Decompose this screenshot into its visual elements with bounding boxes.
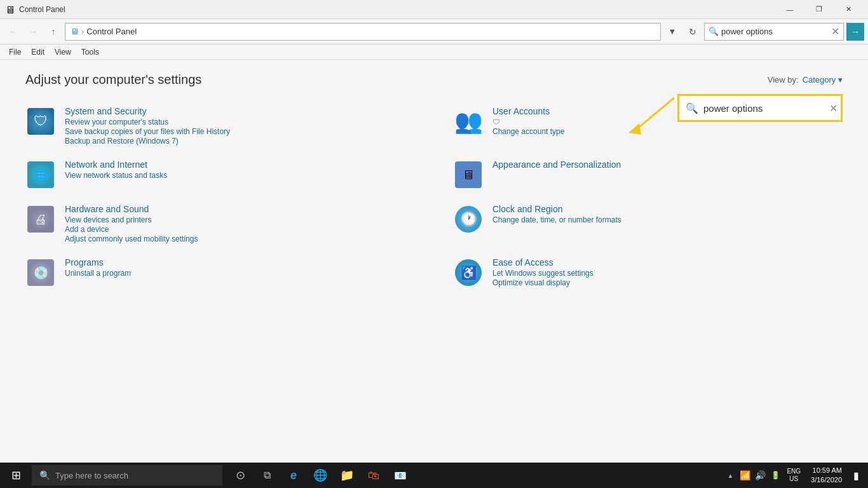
view-by-control: View by: Category ▾ [768,75,843,85]
tray-volume-icon[interactable]: 🔊 [754,469,766,482]
ease-of-access-icon: ♿ [453,257,484,288]
address-path[interactable]: 🖥 › Control Panel [65,23,661,41]
system-clock[interactable]: 10:59 AM 3/16/2020 [806,466,847,485]
programs-link-0[interactable]: Uninstall a program [65,269,415,278]
hardware-sound-title[interactable]: Hardware and Sound [65,204,415,214]
back-button[interactable]: ← [4,23,22,41]
appearance-icon: 🖥 [453,159,484,190]
category-hardware-sound: 🖨 Hardware and Sound View devices and pr… [25,200,415,247]
restore-button[interactable]: ❐ [804,0,834,19]
tray-battery-icon[interactable]: 🔋 [769,469,782,482]
programs-title[interactable]: Programs [65,257,415,268]
search-highlight-clear[interactable]: ✕ [829,102,837,114]
address-search-input[interactable] [721,27,829,36]
page-header: Adjust your computer's settings View by:… [25,72,843,87]
window-icon: 🖥 [5,4,15,15]
network-link-0[interactable]: View network status and tasks [65,171,415,180]
category-appearance: 🖥 Appearance and Personalization [453,156,843,194]
clock-region-icon: 🕐 [453,204,484,234]
clock-link-0[interactable]: Change date, time, or number formats [492,215,843,224]
search-clear-button[interactable]: ✕ [831,25,839,37]
taskview-icon: ⧉ [264,470,271,481]
network-internet-title[interactable]: Network and Internet [65,159,415,170]
window-title: Control Panel [19,5,775,14]
user-accounts-icon: 👥 [453,106,484,137]
clock-time: 10:59 AM [811,466,842,475]
ease-link-0[interactable]: Let Windows suggest settings [492,269,843,278]
category-network-internet: 🌐 Network and Internet View network stat… [25,156,415,194]
hardware-link-0[interactable]: View devices and printers [65,215,415,224]
path-separator: › [81,27,84,36]
appearance-title[interactable]: Appearance and Personalization [492,159,843,170]
network-internet-icon: 🌐 [25,159,56,190]
search-go-button[interactable]: → [846,23,864,41]
system-security-icon: 🛡 [25,106,56,137]
search-highlight-box: 🔍 ✕ [677,94,843,122]
tray-network-icon[interactable]: 📶 [738,469,751,482]
ease-link-1[interactable]: Optimize visual display [492,278,843,287]
ease-of-access-title[interactable]: Ease of Access [492,257,843,268]
search-icon: 🔍 [709,27,719,36]
cortana-icon: ⊙ [236,468,245,482]
view-by-label: View by: [768,75,799,85]
taskbar-search-icon: 🔍 [39,470,50,480]
system-security-title[interactable]: System and Security [65,106,415,116]
hardware-sound-icon: 🖨 [25,204,56,234]
explorer-icon: 📁 [340,468,354,482]
path-text: Control Panel [86,27,137,36]
taskbar-pinned-apps: ⊙ ⧉ e 🌐 📁 🛍 📧 [222,463,418,488]
menu-bar: File Edit View Tools [0,44,868,60]
search-highlight-icon: 🔍 [686,102,698,114]
refresh-button[interactable]: ↻ [684,23,702,41]
main-content: Adjust your computer's settings View by:… [0,60,868,463]
chrome-icon: 🌐 [313,468,327,482]
tray-expand-button[interactable]: ▲ [724,470,736,482]
notification-icon[interactable]: ▮ [850,470,863,482]
taskbar-chrome[interactable]: 🌐 [308,463,333,488]
menu-edit[interactable]: Edit [26,46,50,58]
programs-icon: 💿 [25,257,56,288]
system-security-link-0[interactable]: Review your computer's status [65,118,415,126]
category-system-security: 🛡 System and Security Review your comput… [25,102,415,149]
address-bar: ← → ↑ 🖥 › Control Panel ▼ ↻ 🔍 ✕ → [0,19,868,44]
taskbar-search-box[interactable]: 🔍 Type here to search [32,465,222,485]
close-button[interactable]: ✕ [834,0,863,19]
start-icon: ⊞ [11,468,21,482]
start-button[interactable]: ⊞ [0,463,32,488]
menu-view[interactable]: View [50,46,76,58]
categories-grid: 🛡 System and Security Review your comput… [25,102,843,292]
hardware-link-2[interactable]: Adjust commonly used mobility settings [65,234,415,243]
store-icon: 🛍 [368,469,379,482]
taskbar-taskview[interactable]: ⧉ [254,463,280,488]
category-programs: 💿 Programs Uninstall a program [25,254,415,292]
up-button[interactable]: ↑ [44,23,62,41]
view-by-dropdown[interactable]: Category ▾ [803,75,843,85]
window-controls: — ❐ ✕ [775,0,863,19]
system-tray: ▲ 📶 🔊 🔋 ENGUS 10:59 AM 3/16/2020 ▮ [719,463,868,488]
language-indicator[interactable]: ENGUS [784,468,803,483]
dropdown-button[interactable]: ▼ [663,23,681,41]
hardware-link-1[interactable]: Add a device [65,225,415,234]
path-icon: 🖥 [71,27,79,36]
address-search-box[interactable]: 🔍 ✕ [704,23,844,41]
forward-button[interactable]: → [24,23,42,41]
system-security-link-1[interactable]: Save backup copies of your files with Fi… [65,127,415,136]
search-highlight-input[interactable] [703,103,824,114]
user-accounts-link-0[interactable]: Change account type [492,127,843,136]
taskbar-store[interactable]: 🛍 [361,463,386,488]
minimize-button[interactable]: — [775,0,804,19]
taskbar-search-placeholder: Type here to search [55,471,128,480]
taskbar-cortana[interactable]: ⊙ [227,463,253,488]
outlook-icon: 📧 [394,470,407,482]
menu-file[interactable]: File [4,46,26,58]
taskbar-explorer[interactable]: 📁 [334,463,360,488]
clock-region-title[interactable]: Clock and Region [492,204,843,214]
edge-icon: e [290,469,297,482]
menu-tools[interactable]: Tools [76,46,104,58]
taskbar-outlook[interactable]: 📧 [388,463,413,488]
taskbar-edge[interactable]: e [281,463,306,488]
category-ease-of-access: ♿ Ease of Access Let Windows suggest set… [453,254,843,292]
page-title: Adjust your computer's settings [25,72,201,87]
system-security-link-2[interactable]: Backup and Restore (Windows 7) [65,137,415,146]
category-clock-region: 🕐 Clock and Region Change date, time, or… [453,200,843,247]
